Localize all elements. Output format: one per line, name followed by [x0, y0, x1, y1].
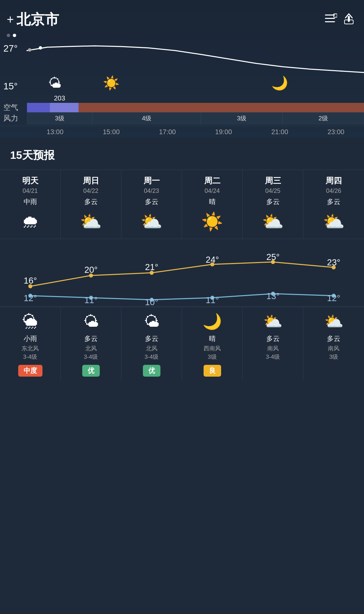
header-bar: + 北京市	[0, 7, 364, 32]
night-desc-3: 晴	[209, 334, 216, 343]
forecast-icon-3: ☀️	[201, 210, 223, 233]
night-icon-1: 🌤	[83, 311, 99, 331]
aqi-seg-brown5	[193, 103, 221, 112]
low-temp-2: 10°	[121, 239, 182, 308]
add-city-button[interactable]: +	[7, 13, 14, 26]
forecast-desc-2: 多云	[145, 197, 158, 206]
night-wind-dir-0: 东北风	[22, 345, 39, 352]
forecast-desc-4: 多云	[266, 197, 280, 206]
aqi-seg-brown8	[278, 103, 307, 112]
wind-row: 风力 3级 4级 3级 2级	[0, 112, 364, 124]
dot-2	[13, 34, 16, 37]
time-slot-0: 13:00	[27, 126, 83, 138]
night-wind-dir-2: 北风	[146, 345, 157, 352]
night-wind-level-5: 3级	[329, 353, 338, 361]
forecast-top-rows: 明天 04/21 中雨 🌧 周日 04/22 多云 ⛅ 周一 04/23 多云 …	[0, 170, 364, 239]
night-section: 🌦 小雨 东北风 3-4级 中度 🌤 多云 北风 3-4级 优 🌤 多云 北风 …	[0, 307, 364, 381]
forecast-date-1: 04/22	[83, 187, 98, 195]
forecast-col-3: 周二 04/24 晴 ☀️	[182, 170, 243, 239]
hourly-icon-0: 🌤	[27, 75, 83, 91]
night-col-0: 🌦 小雨 东北风 3-4级 中度	[0, 307, 61, 381]
night-wind-level-2: 3-4级	[145, 353, 159, 361]
header-right	[325, 12, 354, 27]
forecast-icon-2: ⛅	[141, 210, 162, 233]
night-icon-2: 🌤	[144, 311, 159, 331]
night-wind-level-1: 3-4级	[84, 353, 98, 361]
aqi-seg-purple	[27, 103, 50, 112]
forecast-icon-4: ⛅	[262, 210, 284, 233]
dot-1	[7, 34, 10, 37]
night-col-3: 🌙 晴 西南风 3级 良	[182, 307, 243, 381]
air-label: 空气	[0, 103, 27, 112]
aqi-seg-brown6	[221, 103, 250, 112]
aqi-number-row: 203	[0, 94, 364, 102]
aqi-seg-brown2	[107, 103, 135, 112]
forecast-desc-0: 中雨	[24, 197, 37, 206]
aqi-segments	[27, 103, 364, 112]
night-wind-dir-5: 南风	[328, 345, 339, 352]
header-left: + 北京市	[7, 10, 59, 29]
hourly-icon-2	[139, 75, 195, 91]
time-slot-2: 17:00	[139, 126, 195, 138]
forecast-day-4: 周三	[265, 175, 281, 186]
time-slot-3: 19:00	[195, 126, 252, 138]
hourly-icon-4: 🌙	[252, 75, 308, 91]
aqi-badge-3: 良	[204, 365, 221, 377]
forecast-desc-5: 多云	[327, 197, 340, 206]
aqi-badge-2: 优	[143, 365, 160, 377]
night-wind-dir-4: 南风	[267, 345, 279, 352]
forecast-col-2: 周一 04/23 多云 ⛅	[121, 170, 182, 239]
night-icon-3: 🌙	[203, 311, 222, 331]
low-temp-labels: 12° 11° 10° 11° 13° 12°	[0, 239, 364, 308]
hourly-icon-5	[308, 75, 364, 91]
night-icon-5: ⛅	[324, 311, 343, 331]
time-slot-4: 21:00	[252, 126, 308, 138]
svg-rect-1	[325, 18, 335, 19]
aqi-seg-brown9	[307, 103, 336, 112]
wind-seg-4: 4级	[92, 112, 201, 124]
night-wind-dir-1: 北风	[85, 345, 97, 352]
forecast-day-2: 周一	[144, 175, 160, 186]
forecast-date-4: 04/25	[265, 187, 280, 195]
night-col-5: ⛅ 多云 南风 3级	[303, 307, 364, 381]
night-wind-level-3: 3级	[208, 353, 216, 361]
forecast-col-1: 周日 04/22 多云 ⛅	[61, 170, 121, 239]
night-desc-1: 多云	[84, 334, 98, 343]
list-icon[interactable]	[325, 13, 337, 26]
forecast-title: 15天预报	[0, 148, 364, 170]
time-slot-1: 15:00	[83, 126, 140, 138]
pagination-dots	[7, 34, 364, 37]
forecast-day-0: 明天	[22, 175, 38, 186]
hourly-icon-3	[195, 75, 252, 91]
temp-lines-section: 16° 20° 21° 24° 25° 23° 12° 11° 10° 11° …	[0, 239, 364, 307]
night-icon-4: ⛅	[263, 311, 282, 331]
forecast-section: 15天预报 明天 04/21 中雨 🌧 周日 04/22 多云 ⛅ 周一 04/…	[0, 138, 364, 387]
night-desc-4: 多云	[266, 334, 280, 343]
night-desc-0: 小雨	[24, 334, 37, 343]
forecast-icon-1: ⛅	[80, 210, 102, 233]
low-temp-5: 12°	[303, 239, 364, 308]
svg-rect-2	[325, 21, 335, 22]
forecast-day-grid: 明天 04/21 中雨 🌧 周日 04/22 多云 ⛅ 周一 04/23 多云 …	[0, 170, 364, 239]
night-wind-level-4: 3-4级	[266, 353, 280, 361]
night-col-2: 🌤 多云 北风 3-4级 优	[121, 307, 182, 381]
aqi-seg-brown1	[79, 103, 107, 112]
aqi-seg-purple2	[50, 103, 79, 112]
aqi-seg-brown3	[135, 103, 164, 112]
forecast-date-3: 04/24	[205, 187, 220, 195]
share-icon[interactable]	[344, 12, 354, 27]
forecast-date-0: 04/21	[23, 187, 38, 195]
forecast-date-2: 04/23	[144, 187, 159, 195]
forecast-icon-5: ⛅	[323, 210, 345, 233]
low-temp-0: 12°	[0, 239, 61, 308]
low-temp-1: 11°	[61, 239, 121, 308]
aqi-seg-brown10	[335, 103, 364, 112]
hourly-icons-container: 🌤 ☀️ 🌙	[27, 75, 364, 91]
wind-seg-2: 2级	[282, 112, 364, 124]
svg-point-7	[39, 46, 42, 50]
forecast-date-5: 04/26	[326, 187, 341, 195]
temp-low-label: 15°	[3, 81, 18, 92]
svg-point-6	[28, 48, 31, 52]
forecast-desc-3: 晴	[209, 197, 216, 206]
city-name: 北京市	[17, 10, 59, 29]
